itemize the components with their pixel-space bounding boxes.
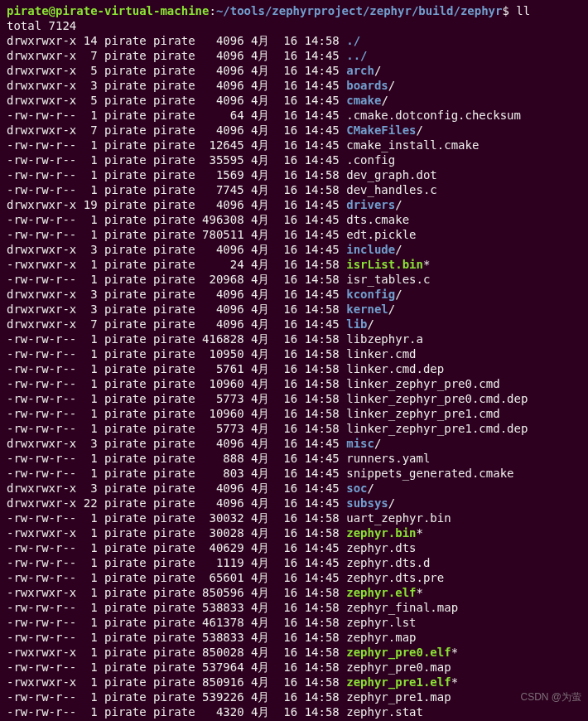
permissions: -rw-rw-r-- xyxy=(7,153,76,167)
shell-prompt[interactable]: pirate@pirate-virtual-machine:~/tools/ze… xyxy=(7,3,581,18)
file-name[interactable]: dev_handles.c xyxy=(340,183,437,196)
file-row: -rw-rw-r-- 1 pirate pirate 30032 4月 16 1… xyxy=(7,511,581,525)
file-name[interactable]: drivers xyxy=(340,198,395,211)
file-name[interactable]: zephyr.dts xyxy=(340,541,417,554)
file-name[interactable]: zephyr.stat xyxy=(340,705,423,719)
permissions: drwxrwxr-x xyxy=(7,198,76,211)
owner: pirate xyxy=(98,64,147,77)
file-name[interactable]: linker.cmd xyxy=(340,347,417,360)
file-name[interactable]: cmake_install.cmake xyxy=(340,138,480,152)
file-name[interactable]: isrList.bin xyxy=(340,258,423,271)
file-name[interactable]: linker_zephyr_pre1.cmd xyxy=(340,407,500,420)
file-name[interactable]: kconfig xyxy=(340,288,395,301)
file-name[interactable]: zephyr_pre1.map xyxy=(340,690,451,704)
permissions: -rw-rw-r-- xyxy=(7,616,76,629)
file-name[interactable]: dts.cmake xyxy=(340,213,409,226)
month: 4月 xyxy=(244,481,270,495)
command-input[interactable]: ll xyxy=(516,4,530,17)
link-count: 1 xyxy=(76,273,97,286)
link-count: 3 xyxy=(76,437,97,450)
file-name[interactable]: boards xyxy=(340,79,388,92)
permissions: -rw-rw-r-- xyxy=(7,422,76,435)
permissions: -rwxrwxr-x xyxy=(7,526,76,540)
month: 4月 xyxy=(244,288,270,301)
group: pirate xyxy=(147,64,195,77)
time: 14:45 xyxy=(297,317,340,331)
permissions: -rw-rw-r-- xyxy=(7,511,76,525)
file-name[interactable]: ./ xyxy=(340,34,360,47)
file-name[interactable]: zephyr.elf xyxy=(340,586,417,599)
file-suffix: * xyxy=(451,675,458,689)
month: 4月 xyxy=(244,332,270,346)
time: 14:58 xyxy=(297,601,340,614)
file-suffix: / xyxy=(417,123,423,137)
file-name[interactable]: kernel xyxy=(340,302,388,316)
owner: pirate xyxy=(98,347,147,360)
file-name[interactable]: .cmake.dotconfig.checksum xyxy=(340,109,521,122)
owner: pirate xyxy=(98,690,147,704)
link-count: 1 xyxy=(76,690,97,704)
file-row: -rw-rw-r-- 1 pirate pirate 65601 4月 16 1… xyxy=(7,570,581,585)
file-name[interactable]: zephyr.map xyxy=(340,631,417,644)
file-name[interactable]: soc xyxy=(340,481,368,495)
file-name[interactable]: snippets_generated.cmake xyxy=(340,467,514,480)
permissions: -rw-rw-r-- xyxy=(7,661,76,674)
day: 16 xyxy=(270,332,298,346)
owner: pirate xyxy=(98,168,147,181)
link-count: 1 xyxy=(76,452,97,465)
group: pirate xyxy=(147,228,195,241)
file-name[interactable]: linker_zephyr_pre1.cmd.dep xyxy=(340,422,528,435)
file-row: drwxrwxr-x 19 pirate pirate 4096 4月 16 1… xyxy=(7,197,581,212)
month: 4月 xyxy=(244,675,270,689)
file-name[interactable]: zephyr_pre0.elf xyxy=(340,646,451,659)
file-name[interactable]: include xyxy=(340,243,395,256)
link-count: 1 xyxy=(76,675,97,689)
owner: pirate xyxy=(98,586,147,599)
file-name[interactable]: linker_zephyr_pre0.cmd xyxy=(340,377,500,390)
file-name[interactable]: uart_zephyr.bin xyxy=(340,511,451,525)
file-name[interactable]: zephyr.lst xyxy=(340,616,417,629)
owner: pirate xyxy=(98,616,147,629)
file-name[interactable]: linker.cmd.dep xyxy=(340,362,444,375)
file-name[interactable]: zephyr_pre0.map xyxy=(340,661,451,674)
file-row: -rwxrwxr-x 1 pirate pirate 850028 4月 16 … xyxy=(7,645,581,660)
file-name[interactable]: subsys xyxy=(340,496,388,510)
link-count: 1 xyxy=(76,571,97,584)
month: 4月 xyxy=(244,64,270,77)
file-name[interactable]: lib xyxy=(340,317,368,331)
file-name[interactable]: dev_graph.dot xyxy=(340,168,437,181)
file-name[interactable]: arch xyxy=(340,64,374,77)
file-suffix: / xyxy=(374,64,381,77)
group: pirate xyxy=(147,153,195,167)
file-name[interactable]: libzephyr.a xyxy=(340,332,423,346)
file-name[interactable]: zephyr_final.map xyxy=(340,601,458,614)
month: 4月 xyxy=(244,258,270,271)
file-name[interactable]: zephyr_pre1.elf xyxy=(340,675,451,689)
time: 14:45 xyxy=(297,452,340,465)
time: 14:58 xyxy=(297,511,340,525)
group: pirate xyxy=(147,288,195,301)
file-name[interactable]: misc xyxy=(340,437,374,450)
owner: pirate xyxy=(98,601,147,614)
file-name[interactable]: zephyr.dts.pre xyxy=(340,571,444,584)
file-name[interactable]: runners.yaml xyxy=(340,452,431,465)
owner: pirate xyxy=(98,526,147,540)
file-row: -rw-rw-r-- 1 pirate pirate 496308 4月 16 … xyxy=(7,212,581,227)
file-name[interactable]: ../ xyxy=(340,49,368,62)
permissions: -rwxrwxr-x xyxy=(7,258,76,271)
link-count: 14 xyxy=(76,34,97,47)
file-name[interactable]: edt.pickle xyxy=(340,228,417,241)
file-name[interactable]: zephyr.bin xyxy=(340,526,417,540)
file-name[interactable]: .config xyxy=(340,153,395,167)
owner: pirate xyxy=(98,631,147,644)
file-name[interactable]: isr_tables.c xyxy=(340,273,431,286)
file-name[interactable]: CMakeFiles xyxy=(340,123,417,137)
day: 16 xyxy=(270,362,298,375)
permissions: drwxrwxr-x xyxy=(7,302,76,316)
link-count: 7 xyxy=(76,123,97,137)
file-row: -rw-rw-r-- 1 pirate pirate 40629 4月 16 1… xyxy=(7,540,581,555)
file-suffix: / xyxy=(388,302,395,316)
file-name[interactable]: linker_zephyr_pre0.cmd.dep xyxy=(340,392,528,405)
file-name[interactable]: cmake xyxy=(340,94,382,107)
file-name[interactable]: zephyr.dts.d xyxy=(340,556,431,569)
